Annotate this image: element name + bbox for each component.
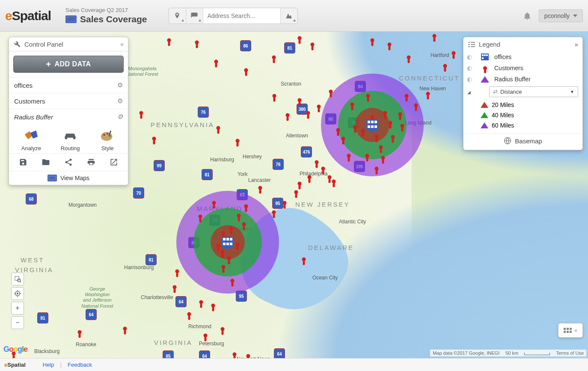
customer-pin[interactable] <box>405 94 409 98</box>
customer-pin[interactable] <box>302 258 306 261</box>
customer-pin[interactable] <box>443 64 447 68</box>
customer-pin[interactable] <box>371 116 374 119</box>
map-canvas[interactable]: PENNSYLVANIAWESTVIRGINIAMARYLANDDELAWARE… <box>0 32 588 358</box>
layer-row[interactable]: offices⚙ <box>9 77 128 93</box>
customer-pin[interactable] <box>244 205 248 208</box>
customer-pin[interactable] <box>199 300 203 304</box>
routing-tool[interactable]: Routing <box>61 129 80 151</box>
office-marker[interactable] <box>222 237 234 248</box>
customer-pin[interactable] <box>317 105 321 109</box>
feedback-link[interactable]: Feedback <box>68 362 92 368</box>
customer-pin[interactable] <box>375 135 379 139</box>
customer-pin[interactable] <box>286 113 290 117</box>
customer-pin[interactable] <box>123 327 127 331</box>
customer-pin[interactable] <box>342 137 345 141</box>
customer-pin[interactable] <box>152 137 156 141</box>
analyze-tool[interactable]: Analyze <box>21 129 41 151</box>
customer-pin[interactable] <box>231 279 235 283</box>
customer-pin[interactable] <box>361 129 365 133</box>
search-input[interactable] <box>203 8 280 24</box>
customer-pin[interactable] <box>273 94 276 98</box>
customer-pin[interactable] <box>381 156 385 160</box>
customer-pin[interactable] <box>229 227 233 231</box>
add-data-button[interactable]: + ADD DATA <box>13 56 124 73</box>
help-link[interactable]: Help <box>43 362 54 368</box>
collapse-panel-icon[interactable]: « <box>120 41 124 47</box>
customer-pin[interactable] <box>175 270 179 273</box>
customer-pin[interactable] <box>321 167 325 171</box>
locate-button[interactable] <box>11 287 24 300</box>
customer-pin[interactable] <box>371 39 374 42</box>
customer-pin[interactable] <box>311 43 315 47</box>
customer-pin[interactable] <box>414 104 418 107</box>
save-icon[interactable] <box>17 157 30 167</box>
customer-pin[interactable] <box>236 243 240 246</box>
print-icon[interactable] <box>85 157 98 167</box>
export-icon[interactable] <box>107 157 120 167</box>
customer-pin[interactable] <box>214 60 218 64</box>
gear-icon[interactable]: ⚙ <box>117 113 123 121</box>
customer-pin[interactable] <box>217 126 220 130</box>
legend-offices-row[interactable]: ◐ offices <box>463 51 582 62</box>
customer-pin[interactable] <box>258 186 262 190</box>
customer-pin[interactable] <box>236 139 240 143</box>
add-pin-button[interactable]: + <box>169 8 186 24</box>
customer-pin[interactable] <box>187 312 191 316</box>
customer-pin[interactable] <box>242 223 246 226</box>
visibility-toggle-icon[interactable]: ◐ <box>467 76 475 83</box>
view-maps-button[interactable]: View Maps <box>9 171 128 185</box>
customer-pin[interactable] <box>306 111 310 115</box>
customer-pin[interactable] <box>336 128 340 132</box>
customer-pin[interactable] <box>233 353 237 356</box>
customer-pin[interactable] <box>272 56 276 59</box>
basemap-button[interactable]: Basemap <box>463 133 582 148</box>
customer-pin[interactable] <box>365 154 369 158</box>
customer-pin[interactable] <box>283 201 287 205</box>
customer-pin[interactable] <box>383 111 387 115</box>
notifications-icon[interactable] <box>523 11 532 21</box>
customer-pin[interactable] <box>222 265 226 269</box>
customer-pin[interactable] <box>398 113 402 116</box>
customer-pin[interactable] <box>315 160 319 164</box>
customer-pin[interactable] <box>294 190 298 194</box>
customer-pin[interactable] <box>388 43 392 47</box>
legend-customers-row[interactable]: ◐ Customers <box>463 62 582 74</box>
customer-pin[interactable] <box>332 180 336 184</box>
customer-pin[interactable] <box>328 175 332 179</box>
customer-pin[interactable] <box>391 135 395 139</box>
customer-pin[interactable] <box>211 304 215 308</box>
customer-pin[interactable] <box>78 330 82 334</box>
customer-pin[interactable] <box>221 327 225 331</box>
customer-pin[interactable] <box>246 354 250 358</box>
add-route-button[interactable]: + <box>280 8 297 24</box>
add-note-button[interactable]: + <box>186 8 203 24</box>
zoom-out-button[interactable]: − <box>11 316 24 329</box>
customer-pin[interactable] <box>389 121 392 125</box>
zoom-select-button[interactable] <box>11 273 24 285</box>
gear-icon[interactable]: ⚙ <box>117 81 123 89</box>
expand-legend-icon[interactable]: » <box>575 41 578 48</box>
customer-pin[interactable] <box>204 334 208 338</box>
visibility-toggle-icon[interactable]: ◐ <box>467 53 475 60</box>
customer-pin[interactable] <box>401 124 404 128</box>
distance-dropdown[interactable]: ⇄ Distance ▼ <box>489 86 578 97</box>
zoom-in-button[interactable]: + <box>11 302 24 315</box>
user-menu[interactable]: pconnolly <box>539 9 583 22</box>
customer-pin[interactable] <box>222 231 226 235</box>
customer-pin[interactable] <box>433 34 437 38</box>
customer-pin[interactable] <box>272 211 276 214</box>
customer-pin[interactable] <box>167 39 171 42</box>
customer-pin[interactable] <box>298 182 302 186</box>
style-tool[interactable]: Style <box>99 129 116 151</box>
customer-pin[interactable] <box>329 90 333 94</box>
terms-link[interactable]: Terms of Use <box>556 350 584 356</box>
customer-pin[interactable] <box>221 250 225 254</box>
customer-pin[interactable] <box>212 201 216 205</box>
customer-pin[interactable] <box>140 111 143 115</box>
customer-pin[interactable] <box>195 41 199 45</box>
customer-pin[interactable] <box>298 36 302 40</box>
visibility-toggle-icon[interactable]: ◐ <box>467 65 475 71</box>
legend-buffer-row[interactable]: 60 Miles <box>463 120 582 131</box>
collapse-tree-icon[interactable]: ◢ <box>463 90 475 95</box>
customer-pin[interactable] <box>308 175 312 179</box>
